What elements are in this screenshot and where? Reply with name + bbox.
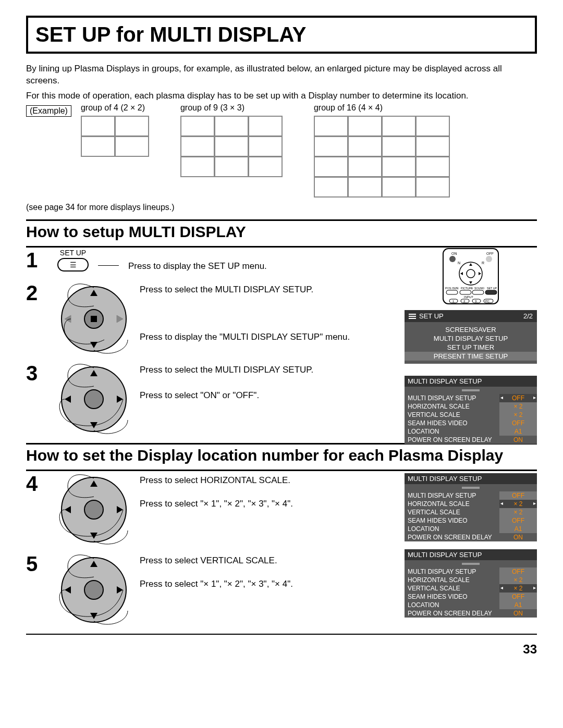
divider <box>26 634 537 635</box>
svg-rect-53 <box>91 587 97 593</box>
svg-rect-17 <box>446 290 458 294</box>
steps-section-2: MULTI DISPLAY SETUP MULTI DISPLAY SETUPO… <box>26 473 537 626</box>
svg-text:SET UP: SET UP <box>487 287 497 290</box>
divider <box>26 219 537 221</box>
svg-point-3 <box>449 256 456 262</box>
remote-icon: ONOFF NR POS./SIZE PICTURE SOUND SET UP <box>442 248 499 305</box>
step-4-number: 4 <box>26 473 57 494</box>
svg-point-4 <box>486 256 492 262</box>
steps-section-1: ONOFF NR POS./SIZE PICTURE SOUND SET UP <box>26 250 537 436</box>
svg-text:POS./SIZE: POS./SIZE <box>445 287 459 290</box>
leader-line-icon <box>98 265 119 266</box>
group-3x3: group of 9 (3 × 3) <box>180 103 283 177</box>
group-2x2-title: group of 4 (2 × 2) <box>81 103 149 113</box>
osd-item: PRESENT TIME SETUP <box>405 352 537 361</box>
osd-item: SET UP TIMER <box>405 343 537 352</box>
nav-disc-icon <box>57 282 130 355</box>
svg-text:2: 2 <box>463 300 466 303</box>
svg-text:3: 3 <box>475 300 477 303</box>
page-title: SET UP for MULTI DISPLAY <box>35 23 528 46</box>
grid-3x3 <box>180 116 283 177</box>
group-2x2: group of 4 (2 × 2) <box>81 103 149 157</box>
step-2-number: 2 <box>26 282 57 303</box>
step-4-line2: Press to select "× 1", "× 2", "× 3", "× … <box>140 497 293 512</box>
page-title-box: SET UP for MULTI DISPLAY <box>26 16 537 54</box>
svg-text:PICTURE: PICTURE <box>461 287 473 290</box>
group-3x3-title: group of 9 (3 × 3) <box>180 103 283 113</box>
grid-2x2 <box>81 116 149 157</box>
step-3-line2: Press to select "ON" or "OFF". <box>140 388 313 403</box>
svg-text:OFF: OFF <box>486 252 494 255</box>
section2-title: How to set the Display location number f… <box>26 447 537 464</box>
nav-disc-icon <box>57 363 130 436</box>
nav-disc-icon <box>57 473 130 546</box>
osd-item: SCREENSAVER <box>405 325 537 334</box>
step-5-line2: Press to select "× 1", "× 2", "× 3", "× … <box>140 577 293 592</box>
osd-mds-menu-step4: MULTI DISPLAY SETUP MULTI DISPLAY SETUPO… <box>405 473 537 541</box>
svg-marker-10 <box>469 281 472 284</box>
step-1-number: 1 <box>26 250 57 270</box>
step-4-line1: Press to select HORIZONTAL SCALE. <box>140 473 293 488</box>
group-4x4-title: group of 16 (4 × 4) <box>314 103 450 113</box>
svg-marker-9 <box>469 263 472 266</box>
step-5-number: 5 <box>26 553 57 574</box>
osd-setup-menu: SET UP2/2 SCREENSAVER MULTI DISPLAY SETU… <box>405 310 537 364</box>
svg-text:ON: ON <box>451 252 457 255</box>
svg-text:PC: PC <box>485 300 489 303</box>
svg-rect-19 <box>472 290 484 294</box>
svg-text:R: R <box>482 261 484 265</box>
svg-text:SOUND: SOUND <box>474 287 484 290</box>
more-lineups-note: (see page 34 for more displays lineups.) <box>26 203 537 212</box>
osd-mds-menu-step5: MULTI DISPLAY SETUP MULTI DISPLAY SETUPO… <box>405 549 537 618</box>
svg-point-8 <box>467 269 475 278</box>
svg-text:INPUT: INPUT <box>464 295 473 299</box>
step-2-line1: Press to select the MULTI DISPLAY SETUP. <box>140 282 350 298</box>
svg-rect-39 <box>91 396 97 402</box>
step-1-text: Press to display the SET UP menu. <box>128 259 267 274</box>
step-5-line1: Press to select VERTICAL SCALE. <box>140 553 293 569</box>
page-number: 33 <box>26 642 537 657</box>
osd-mds-menu-step3: MULTI DISPLAY SETUP MULTI DISPLAY SETUPO… <box>405 376 537 444</box>
svg-rect-46 <box>91 507 97 513</box>
osd-item: MULTI DISPLAY SETUP <box>405 334 537 343</box>
group-4x4: group of 16 (4 × 4) <box>314 103 450 198</box>
section1-title: How to setup MULTI DISPLAY <box>26 223 537 241</box>
svg-rect-18 <box>460 290 471 294</box>
svg-rect-20 <box>485 290 497 294</box>
intro-paragraph-1: By lining up Plasma Displays in groups, … <box>26 63 537 87</box>
step-3-line1: Press to select the MULTI DISPLAY SETUP. <box>140 363 313 378</box>
svg-text:N: N <box>458 261 460 265</box>
svg-text:1: 1 <box>452 300 455 303</box>
svg-marker-11 <box>460 272 463 275</box>
divider <box>26 470 537 471</box>
svg-marker-12 <box>479 272 481 275</box>
example-label: (Example) <box>26 105 71 117</box>
step-2-line2: Press to display the "MULTI DISPLAY SETU… <box>140 330 350 345</box>
intro-paragraph-2: For this mode of operation, each plasma … <box>26 90 537 102</box>
svg-rect-32 <box>91 316 97 322</box>
setup-button-icon: SET UP ☰ <box>57 249 89 272</box>
remote-illustration: ONOFF NR POS./SIZE PICTURE SOUND SET UP <box>405 248 537 307</box>
step-3-number: 3 <box>26 363 57 384</box>
nav-disc-icon <box>57 553 130 626</box>
grid-4x4 <box>314 116 450 198</box>
